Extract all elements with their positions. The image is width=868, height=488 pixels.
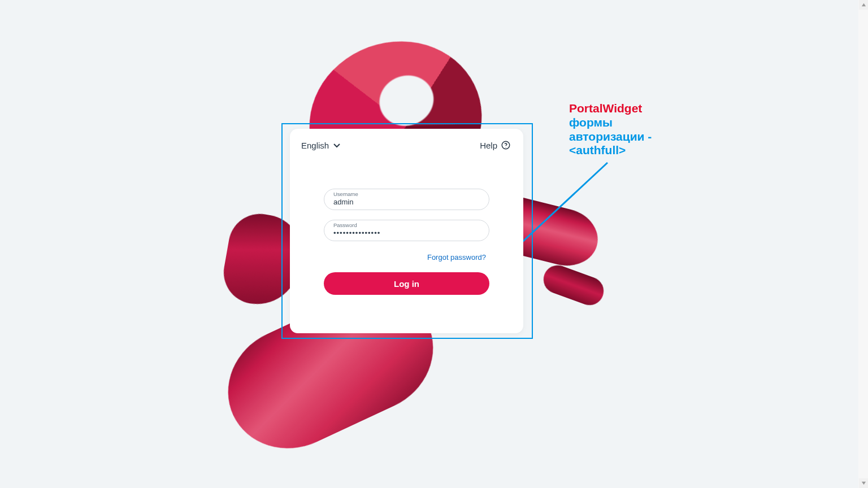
help-link[interactable]: Help [480, 140, 511, 150]
language-current: English [301, 141, 329, 150]
help-circle-icon [501, 140, 511, 150]
username-label: Username [333, 191, 358, 197]
card-header: English Help [301, 140, 512, 150]
scroll-up-button[interactable] [859, 0, 868, 10]
username-field-wrap[interactable]: Username [324, 189, 489, 210]
paint-swirl-hole [0, 0, 54, 54]
scroll-down-button[interactable] [859, 478, 868, 488]
password-label: Password [333, 223, 357, 228]
scrollbar-vertical[interactable] [858, 0, 868, 488]
annotation-line: формы [569, 116, 652, 130]
username-input[interactable] [333, 198, 480, 206]
triangle-up-icon [861, 2, 866, 7]
chevron-down-icon [332, 141, 341, 150]
password-input[interactable] [333, 229, 480, 237]
login-form: Username Password Forgot password? Log i… [301, 150, 512, 295]
login-button[interactable]: Log in [324, 272, 489, 295]
password-field-wrap[interactable]: Password [324, 220, 489, 241]
language-selector[interactable]: English [301, 141, 341, 150]
annotation-label: PortalWidget формы авторизации - <authfu… [569, 102, 652, 158]
forgot-password-wrap: Forgot password? [324, 252, 489, 262]
help-label: Help [480, 141, 497, 150]
svg-point-2 [505, 147, 506, 147]
forgot-password-link[interactable]: Forgot password? [427, 253, 486, 262]
annotation-title: PortalWidget [569, 102, 652, 116]
svg-marker-4 [862, 482, 866, 485]
login-card: English Help Username Password [290, 129, 523, 333]
triangle-down-icon [861, 481, 866, 486]
annotation-line: авторизации - [569, 130, 652, 144]
paint-stroke [540, 262, 607, 310]
svg-marker-3 [862, 3, 866, 6]
annotation-line: <authfull> [569, 143, 652, 158]
